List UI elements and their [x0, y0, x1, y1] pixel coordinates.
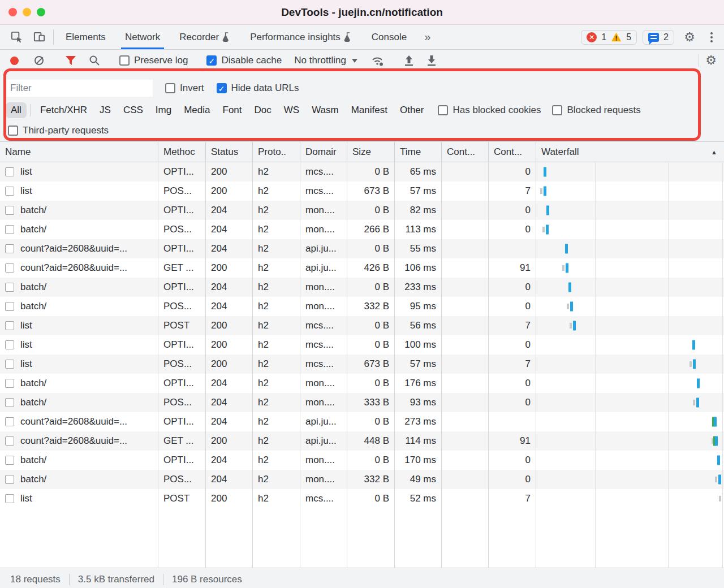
checkbox-unchecked[interactable]: [119, 55, 130, 66]
filter-type-wasm[interactable]: Wasm: [307, 102, 344, 118]
table-row[interactable]: list POS... 200 h2 mcs.... 673 B 57 ms 7: [0, 354, 724, 374]
checkbox-unchecked[interactable]: [8, 126, 18, 136]
filter-type-font[interactable]: Font: [218, 102, 247, 118]
row-checkbox[interactable]: [5, 167, 14, 176]
waterfall-wait-tick: [715, 477, 717, 482]
row-checkbox[interactable]: [5, 244, 14, 253]
cell-size: 673 B: [347, 181, 395, 201]
row-checkbox[interactable]: [5, 263, 14, 273]
table-row[interactable]: list POST 200 h2 mcs.... 0 B 56 ms 7: [0, 316, 724, 335]
column-header-protocol[interactable]: Proto..: [253, 142, 300, 162]
blocked-requests-checkbox[interactable]: Blocked requests: [552, 105, 640, 116]
row-checkbox[interactable]: [5, 360, 14, 369]
cell-protocol: h2: [253, 431, 300, 451]
row-checkbox[interactable]: [5, 283, 14, 292]
table-row[interactable]: list OPTI... 200 h2 mcs.... 0 B 100 ms 0: [0, 335, 724, 354]
checkbox-checked[interactable]: [217, 83, 227, 93]
table-row[interactable]: batch/ OPTI... 204 h2 mon.... 0 B 176 ms…: [0, 374, 724, 393]
table-row[interactable]: batch/ POS... 204 h2 mon.... 266 B 113 m…: [0, 220, 724, 239]
tab-performance-insights[interactable]: Performance insights: [240, 25, 362, 49]
sort-ascending-icon[interactable]: ▲: [711, 149, 717, 155]
tab-network[interactable]: Network: [115, 25, 170, 49]
row-checkbox[interactable]: [5, 417, 14, 426]
throttling-dropdown[interactable]: No throttling: [294, 55, 357, 66]
import-har-icon[interactable]: [404, 55, 414, 66]
table-row[interactable]: batch/ OPTI... 204 h2 mon.... 0 B 82 ms …: [0, 201, 724, 220]
column-header-domain[interactable]: Domair: [300, 142, 347, 162]
filter-type-ws[interactable]: WS: [279, 102, 304, 118]
network-settings-gear-icon[interactable]: ⚙: [701, 51, 721, 70]
cell-protocol: h2: [253, 162, 300, 181]
tab-console[interactable]: Console: [362, 25, 416, 49]
column-header-content2[interactable]: Cont...: [489, 142, 536, 162]
preserve-log-checkbox[interactable]: Preserve log: [119, 55, 188, 66]
filter-type-css[interactable]: CSS: [118, 102, 148, 118]
row-checkbox[interactable]: [5, 321, 14, 330]
checkbox-unchecked[interactable]: [438, 105, 448, 115]
filter-type-other[interactable]: Other: [395, 102, 429, 118]
filter-funnel-icon[interactable]: [65, 55, 76, 66]
filter-input[interactable]: [6, 80, 153, 97]
checkbox-checked[interactable]: [206, 55, 217, 66]
row-checkbox[interactable]: [5, 225, 14, 234]
third-party-requests-checkbox[interactable]: Third-party requests: [8, 125, 109, 136]
has-blocked-cookies-checkbox[interactable]: Has blocked cookies: [438, 105, 541, 116]
filter-type-js[interactable]: JS: [94, 102, 116, 118]
disable-cache-checkbox[interactable]: Disable cache: [206, 55, 282, 66]
table-row[interactable]: count?aid=2608&uuid=... GET ... 200 h2 a…: [0, 431, 724, 451]
table-row[interactable]: batch/ POS... 204 h2 mon.... 332 B 49 ms…: [0, 470, 724, 489]
tab-recorder[interactable]: Recorder: [170, 25, 240, 49]
row-checkbox[interactable]: [5, 398, 14, 407]
row-checkbox[interactable]: [5, 456, 14, 465]
checkbox-unchecked[interactable]: [552, 105, 562, 115]
column-header-size[interactable]: Size: [347, 142, 395, 162]
column-header-waterfall[interactable]: Waterfall ▲: [536, 142, 724, 162]
table-row[interactable]: batch/ POS... 204 h2 mon.... 332 B 95 ms…: [0, 297, 724, 316]
table-row[interactable]: batch/ POS... 204 h2 mon.... 333 B 93 ms…: [0, 393, 724, 412]
table-row[interactable]: list POST 200 h2 mcs.... 0 B 52 ms 7: [0, 489, 724, 508]
checkbox-unchecked[interactable]: [165, 83, 175, 93]
row-checkbox[interactable]: [5, 340, 14, 349]
more-tabs-button[interactable]: »: [416, 25, 438, 49]
cell-waterfall: [536, 393, 724, 412]
invert-checkbox[interactable]: Invert: [165, 83, 204, 94]
filter-type-manifest[interactable]: Manifest: [346, 102, 393, 118]
hide-data-urls-checkbox[interactable]: Hide data URLs: [217, 83, 299, 94]
export-har-icon[interactable]: [426, 55, 437, 66]
column-header-name[interactable]: Name: [0, 142, 158, 162]
row-checkbox[interactable]: [5, 206, 14, 215]
table-row[interactable]: batch/ OPTI... 204 h2 mon.... 0 B 233 ms…: [0, 278, 724, 297]
row-checkbox[interactable]: [5, 494, 14, 503]
row-checkbox[interactable]: [5, 187, 14, 196]
table-row[interactable]: count?aid=2608&uuid=... GET ... 200 h2 a…: [0, 258, 724, 278]
record-network-log-button[interactable]: [10, 57, 19, 65]
table-row[interactable]: count?aid=2608&uuid=... OPTI... 204 h2 a…: [0, 239, 724, 258]
filter-type-media[interactable]: Media: [179, 102, 215, 118]
issues-badge[interactable]: ✕ 1 5: [581, 30, 637, 45]
inspect-element-icon[interactable]: [7, 28, 26, 46]
device-toolbar-icon[interactable]: [29, 28, 49, 46]
table-row[interactable]: count?aid=2608&uuid=... OPTI... 204 h2 a…: [0, 412, 724, 431]
clear-network-log-icon[interactable]: [35, 56, 44, 65]
network-conditions-icon[interactable]: [370, 54, 384, 67]
row-checkbox[interactable]: [5, 302, 14, 311]
column-header-time[interactable]: Time: [395, 142, 442, 162]
filter-type-doc[interactable]: Doc: [249, 102, 277, 118]
filter-type-fetch-xhr[interactable]: Fetch/XHR: [35, 102, 92, 118]
table-row[interactable]: batch/ OPTI... 204 h2 mon.... 0 B 170 ms…: [0, 451, 724, 470]
messages-badge[interactable]: 2: [643, 30, 674, 45]
filter-type-img[interactable]: Img: [150, 102, 176, 118]
settings-gear-icon[interactable]: ⚙: [680, 28, 699, 46]
row-checkbox[interactable]: [5, 436, 14, 446]
table-row[interactable]: list POS... 200 h2 mcs.... 673 B 57 ms 7: [0, 181, 724, 201]
column-header-status[interactable]: Status: [206, 142, 253, 162]
column-header-method[interactable]: Methoc: [158, 142, 206, 162]
row-checkbox[interactable]: [5, 475, 14, 484]
search-icon[interactable]: [89, 55, 100, 66]
column-header-content1[interactable]: Cont...: [442, 142, 489, 162]
customize-menu-icon[interactable]: [705, 32, 718, 42]
row-checkbox[interactable]: [5, 379, 14, 388]
table-row[interactable]: list OPTI... 200 h2 mcs.... 0 B 65 ms 0: [0, 162, 724, 181]
tab-elements[interactable]: Elements: [56, 25, 115, 49]
filter-type-all[interactable]: All: [6, 102, 27, 118]
